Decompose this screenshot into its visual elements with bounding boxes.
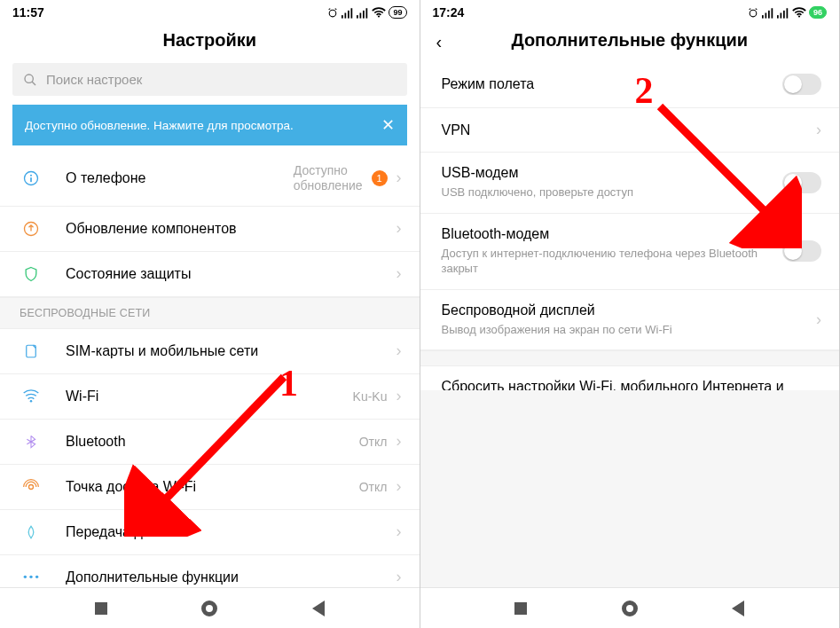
row-wireless-display[interactable]: Беспроводной дисплей Вывод изображения н… — [420, 290, 840, 351]
row-sub: Доступ к интернет-подключению телефона ч… — [442, 246, 773, 277]
row-value: Доступно обновление — [294, 163, 363, 193]
row-label: Передача данных — [66, 524, 396, 540]
shield-icon — [21, 264, 41, 284]
bluetooth-icon — [21, 432, 41, 451]
row-label: Wi-Fi — [66, 389, 353, 404]
screen-additional: 17:24 96 ‹ Дополнительные функции Режим … — [420, 0, 841, 628]
svg-point-9 — [378, 15, 380, 17]
row-label: SIM-карты и мобильные сети — [66, 343, 396, 359]
signal-icon-2 — [777, 7, 789, 19]
chevron-right-icon: › — [396, 432, 402, 451]
row-bluetooth-modem[interactable]: Bluetooth-модем Доступ к интернет-подклю… — [420, 214, 840, 290]
svg-point-10 — [25, 75, 33, 82]
header: ‹ Дополнительные функции — [420, 20, 840, 61]
search-placeholder: Поиск настроек — [46, 72, 142, 87]
row-sub: Вывод изображения на экран по сети Wi-Fi — [442, 322, 806, 338]
empty-area — [420, 390, 840, 587]
row-bluetooth[interactable]: Bluetooth Откл › — [0, 420, 420, 465]
nav-recents[interactable] — [514, 602, 527, 615]
screen-settings: 11:57 99 Настройки Поиск настроек Доступ… — [0, 0, 420, 628]
row-label: VPN — [442, 122, 806, 138]
svg-point-13 — [30, 174, 32, 176]
row-security-status[interactable]: Состояние защиты › — [0, 252, 420, 297]
row-sim[interactable]: SIM-карты и мобильные сети › — [0, 329, 420, 374]
row-label: Bluetooth — [66, 434, 359, 450]
svg-point-20 — [29, 576, 32, 578]
data-icon — [21, 522, 41, 542]
svg-point-19 — [24, 576, 27, 578]
update-icon — [21, 219, 41, 239]
back-arrow[interactable]: ‹ — [436, 32, 443, 52]
row-label: Режим полета — [442, 76, 773, 92]
svg-point-21 — [35, 576, 38, 578]
svg-rect-30 — [783, 10, 785, 18]
header: Настройки — [0, 20, 420, 61]
search-icon — [23, 73, 37, 87]
nav-recents[interactable] — [95, 602, 107, 615]
row-hotspot[interactable]: Точка доступа Wi-Fi Откл › — [0, 465, 420, 510]
more-icon — [21, 568, 41, 587]
wifi-icon — [372, 7, 386, 19]
row-vpn[interactable]: VPN › — [420, 108, 840, 153]
section-gap — [420, 350, 840, 366]
signal-icon — [341, 7, 354, 19]
signal-icon — [762, 7, 774, 19]
wifi-icon — [792, 7, 806, 19]
nav-back[interactable] — [732, 601, 744, 616]
svg-point-32 — [798, 15, 800, 17]
row-label: Беспроводной дисплей — [442, 302, 806, 318]
row-label: USB-модем — [442, 165, 773, 181]
nav-bar — [420, 587, 840, 628]
toggle-bluetooth-modem[interactable] — [782, 240, 821, 262]
close-icon[interactable]: ✕ — [381, 115, 395, 135]
battery-icon: 96 — [809, 6, 827, 19]
row-label: О телефоне — [66, 170, 294, 186]
row-component-updates[interactable]: Обновление компонентов › — [0, 207, 420, 252]
svg-rect-28 — [777, 15, 779, 19]
chevron-right-icon: › — [396, 568, 402, 586]
banner-text: Доступно обновление. Нажмите для просмот… — [25, 119, 294, 132]
page-title: Дополнительные функции — [420, 30, 840, 51]
alarm-icon — [747, 7, 759, 19]
row-airplane[interactable]: Режим полета — [420, 61, 840, 108]
toggle-airplane[interactable] — [782, 74, 821, 95]
sim-icon — [21, 341, 41, 361]
chevron-right-icon: › — [396, 219, 402, 238]
chevron-right-icon: › — [396, 264, 402, 283]
nav-home[interactable] — [622, 601, 638, 616]
svg-line-11 — [32, 82, 35, 85]
row-value: Откл — [359, 435, 388, 449]
status-right: 96 — [747, 6, 827, 19]
row-label: Состояние защиты — [66, 266, 396, 282]
row-about-phone[interactable]: О телефоне Доступно обновление 1 › — [0, 151, 420, 207]
row-wifi[interactable]: Wi-Fi Ku-Ku › — [0, 374, 420, 420]
nav-back[interactable] — [312, 601, 325, 616]
status-bar: 17:24 96 — [420, 0, 840, 20]
svg-rect-1 — [341, 15, 343, 19]
hotspot-icon — [21, 477, 41, 497]
svg-rect-26 — [768, 10, 770, 18]
row-sub: USB подключено, проверьте доступ — [442, 184, 773, 200]
row-usb-modem[interactable]: USB-модем USB подключено, проверьте дост… — [420, 153, 840, 214]
svg-rect-6 — [360, 12, 362, 18]
row-label: Bluetooth-модем — [442, 226, 773, 242]
row-data-usage[interactable]: Передача данных › — [0, 510, 420, 555]
svg-point-23 — [750, 10, 757, 17]
notification-badge: 1 — [372, 170, 388, 186]
alarm-icon — [326, 7, 339, 19]
svg-rect-31 — [786, 8, 788, 18]
search-input[interactable]: Поиск настроек — [12, 63, 407, 96]
update-banner[interactable]: Доступно обновление. Нажмите для просмот… — [12, 105, 407, 145]
chevron-right-icon: › — [396, 387, 402, 405]
chevron-right-icon: › — [396, 522, 402, 541]
svg-rect-5 — [357, 15, 358, 19]
nav-home[interactable] — [201, 601, 217, 616]
svg-rect-14 — [30, 177, 32, 182]
wifi-icon — [21, 387, 41, 406]
nav-bar — [0, 587, 420, 628]
svg-rect-4 — [351, 8, 353, 18]
toggle-usb[interactable] — [782, 172, 821, 193]
chevron-right-icon: › — [396, 477, 402, 496]
svg-point-17 — [30, 400, 32, 402]
row-label: Точка доступа Wi-Fi — [66, 479, 359, 495]
